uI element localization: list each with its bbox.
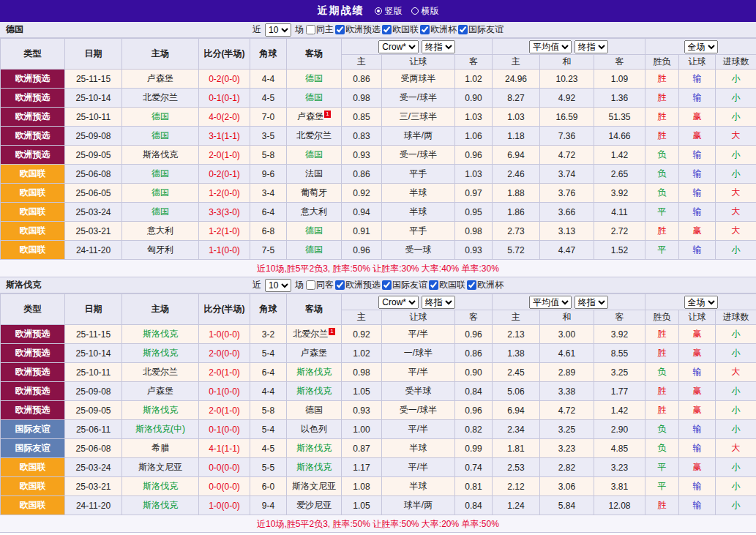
goals-cell: 小 bbox=[716, 146, 756, 165]
filter-label: 欧洲预选 bbox=[345, 279, 381, 291]
filter-欧国联[interactable]: 欧国联 bbox=[382, 23, 419, 36]
type-cell: 欧洲预选 bbox=[1, 70, 65, 89]
filter-同主[interactable]: 同主 bbox=[306, 23, 334, 36]
filter-checkbox[interactable] bbox=[382, 280, 392, 290]
filter-checkbox[interactable] bbox=[429, 280, 438, 290]
bookmaker-select[interactable]: Crow* bbox=[378, 40, 419, 53]
avg-stage-select[interactable]: 终指 bbox=[575, 296, 608, 309]
result-cell: 负 bbox=[645, 184, 679, 203]
filter-欧洲预选[interactable]: 欧洲预选 bbox=[335, 279, 381, 291]
filter-国际友谊[interactable]: 国际友谊 bbox=[382, 279, 427, 291]
filter-国际友谊[interactable]: 国际友谊 bbox=[458, 23, 504, 36]
goals-cell: 小 bbox=[716, 496, 756, 515]
full-time-select[interactable]: 全场 bbox=[684, 296, 718, 309]
red-card-badge: 1 bbox=[329, 328, 334, 335]
team-name: 葡萄牙 bbox=[301, 187, 327, 198]
team-name: 德国 bbox=[305, 149, 323, 160]
bookmaker-select[interactable]: Crow* bbox=[378, 296, 419, 309]
avg-select[interactable]: 平均值 bbox=[529, 296, 572, 309]
team-name: 北爱尔兰 bbox=[293, 329, 328, 339]
match-count-select[interactable]: 10 bbox=[265, 279, 291, 292]
team-name: 匈牙利 bbox=[147, 244, 173, 255]
type-cell: 欧国联 bbox=[1, 165, 65, 184]
filter-label: 欧洲杯 bbox=[430, 23, 457, 36]
score-cell: 4-1(1-1) bbox=[199, 439, 250, 458]
avg-group-header: 平均值 终指 bbox=[493, 294, 645, 310]
away-team-cell: 法国 bbox=[287, 165, 342, 184]
type-cell: 欧洲预选 bbox=[1, 108, 65, 127]
filter-checkbox[interactable] bbox=[382, 25, 392, 34]
goals-cell: 小 bbox=[716, 165, 756, 184]
type-cell: 欧国联 bbox=[1, 458, 65, 477]
avg-home-cell: 5.06 bbox=[493, 382, 540, 401]
match-row: 欧国联25-06-08德国0-2(0-1)9-6法国0.86平手1.032.46… bbox=[1, 165, 756, 184]
avg-home-cell: 2.34 bbox=[493, 420, 540, 439]
avg-stage-select[interactable]: 终指 bbox=[575, 40, 608, 53]
date-cell: 25-09-08 bbox=[65, 127, 122, 146]
score-cell: 1-0(0-0) bbox=[199, 325, 250, 344]
filter-checkbox[interactable] bbox=[306, 280, 315, 290]
corner-cell: 6-4 bbox=[250, 203, 287, 222]
filter-欧国联[interactable]: 欧国联 bbox=[429, 279, 465, 291]
team-name: 斯洛伐克 bbox=[296, 443, 332, 453]
col-date: 日期 bbox=[65, 294, 122, 325]
avg-away-cell: 2.65 bbox=[594, 165, 645, 184]
type-cell: 国际友谊 bbox=[1, 439, 65, 458]
corner-cell: 3-2 bbox=[250, 325, 287, 344]
avg-away-cell: 1.52 bbox=[594, 241, 645, 260]
avg-away-cell: 1.36 bbox=[594, 89, 645, 108]
filter-checkbox[interactable] bbox=[335, 25, 345, 34]
avg-away-cell: 12.08 bbox=[594, 496, 645, 515]
avg-home-cell: 6.94 bbox=[493, 401, 540, 420]
score-cell: 2-0(1-0) bbox=[199, 146, 250, 165]
filter-欧洲杯[interactable]: 欧洲杯 bbox=[420, 23, 457, 36]
handicap-cell: 受半球 bbox=[382, 382, 455, 401]
team-name: 北爱尔兰 bbox=[296, 130, 332, 141]
avg-away-cell: 2.72 bbox=[594, 222, 645, 241]
home-team-cell: 斯洛伐克 bbox=[122, 344, 199, 363]
layout-option-竖版[interactable]: 竖版 bbox=[375, 5, 403, 18]
date-cell: 25-11-15 bbox=[65, 70, 122, 89]
filter-checkbox[interactable] bbox=[420, 25, 430, 34]
avg-home-cell: 2.13 bbox=[493, 325, 540, 344]
avg-home-cell: 2.45 bbox=[493, 363, 540, 382]
filter-checkbox[interactable] bbox=[458, 25, 468, 34]
filter-欧洲杯[interactable]: 欧洲杯 bbox=[467, 279, 504, 291]
match-row: 欧洲预选25-09-05斯洛伐克2-0(1-0)5-8德国0.93受一/球半0.… bbox=[1, 401, 756, 420]
home-team-cell: 卢森堡 bbox=[122, 382, 199, 401]
date-cell: 25-10-14 bbox=[65, 89, 122, 108]
away-team-cell: 北爱尔兰1 bbox=[287, 325, 342, 344]
avg-home-cell: 1.18 bbox=[493, 127, 540, 146]
filter-checkbox[interactable] bbox=[335, 280, 345, 290]
avg-home-cell: 1.38 bbox=[493, 344, 540, 363]
filter-同客[interactable]: 同客 bbox=[306, 279, 334, 291]
handicap-result-cell: 输 bbox=[679, 165, 716, 184]
match-count-select[interactable]: 10 bbox=[265, 23, 291, 37]
date-cell: 25-09-05 bbox=[65, 146, 122, 165]
odds-stage-select[interactable]: 终指 bbox=[422, 296, 455, 309]
match-row: 国际友谊25-06-11斯洛伐克(中)0-1(0-0)5-4以色列1.00平/半… bbox=[1, 420, 756, 439]
corner-cell: 5-4 bbox=[250, 344, 287, 363]
layout-option-横版[interactable]: 横版 bbox=[411, 5, 439, 18]
home-team-cell: 北爱尔兰 bbox=[122, 363, 199, 382]
germany-summary: 近10场,胜5平2负3, 胜率:50% 让胜率:30% 大率:40% 单率:30… bbox=[0, 260, 756, 277]
filter-欧洲预选[interactable]: 欧洲预选 bbox=[335, 23, 381, 36]
team-name: 德国 bbox=[151, 206, 169, 217]
away-team-cell: 德国 bbox=[287, 89, 342, 108]
filter-checkbox[interactable] bbox=[306, 25, 315, 34]
odds-away-cell: 1.03 bbox=[455, 165, 493, 184]
result-cell: 胜 bbox=[645, 70, 679, 89]
avg-select[interactable]: 平均值 bbox=[529, 40, 572, 53]
odds-stage-select[interactable]: 终指 bbox=[422, 40, 455, 53]
filter-checkbox[interactable] bbox=[467, 280, 476, 290]
odds-away-cell: 0.96 bbox=[455, 325, 493, 344]
corner-cell: 9-6 bbox=[250, 165, 287, 184]
slovakia-section-bar: 斯洛伐克 近 10 场 同客欧洲预选国际友谊欧国联欧洲杯 bbox=[0, 277, 756, 293]
avg-home-cell: 2.12 bbox=[493, 477, 540, 496]
date-cell: 25-11-15 bbox=[65, 325, 122, 344]
score-cell: 1-0(0-0) bbox=[199, 496, 250, 515]
full-time-select[interactable]: 全场 bbox=[684, 40, 718, 53]
away-team-cell: 卢森堡 bbox=[287, 344, 342, 363]
score-cell: 0-1(0-1) bbox=[199, 89, 250, 108]
odds-away-cell: 0.96 bbox=[455, 146, 493, 165]
